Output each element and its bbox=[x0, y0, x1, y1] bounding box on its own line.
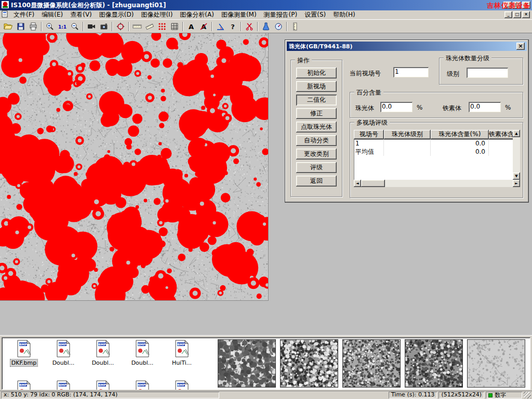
image-thumbnail[interactable] bbox=[280, 339, 338, 388]
ruler-icon[interactable] bbox=[143, 21, 156, 32]
table-horizontal-scrollbar[interactable]: ◄ ► bbox=[354, 180, 520, 187]
micrograph-image[interactable] bbox=[0, 33, 269, 301]
level-input[interactable] bbox=[467, 68, 508, 78]
flask-icon[interactable] bbox=[260, 21, 272, 32]
menu-item-10[interactable]: 帮助(H) bbox=[329, 10, 358, 20]
menu-item-7[interactable]: 图像测量(M) bbox=[218, 10, 260, 20]
operation-button-3[interactable]: 二值化 bbox=[296, 95, 337, 105]
menu-item-6[interactable]: 图像分析(A) bbox=[176, 10, 218, 20]
table-header-cell[interactable]: 珠光体级别 bbox=[384, 130, 431, 139]
print-icon[interactable] bbox=[27, 21, 39, 32]
current-field-input[interactable]: 1 bbox=[393, 67, 429, 77]
svg-text:1:1: 1:1 bbox=[58, 24, 66, 30]
table-header-cell[interactable]: 铁素体含量(%) bbox=[489, 130, 513, 139]
file-list[interactable]: BMPDKF.bmpBMPDoubl...BMPDoubl...BMPDoubl… bbox=[2, 337, 530, 390]
image-thumbnail[interactable] bbox=[218, 339, 276, 388]
dialog-close-button[interactable]: × bbox=[516, 43, 525, 50]
operation-group-label: 操作 bbox=[295, 56, 312, 65]
scroll-down-icon[interactable]: ▼ bbox=[513, 172, 520, 180]
file-item[interactable]: BMPDoubl... bbox=[83, 338, 123, 379]
menu-item-4[interactable]: 图像显示(D) bbox=[96, 10, 138, 20]
count-grid-icon[interactable] bbox=[156, 21, 168, 32]
scroll-right-icon[interactable]: ► bbox=[513, 180, 520, 187]
help-icon[interactable]: ? bbox=[227, 21, 239, 32]
window-title: IS100显微摄像系统(金相分析版) - [zhuguangti01] bbox=[11, 1, 166, 10]
cut-icon[interactable] bbox=[243, 21, 256, 32]
capture-target-icon[interactable] bbox=[114, 21, 127, 32]
file-item[interactable]: BMPDKF.bmp bbox=[4, 338, 44, 379]
image-thumbnail[interactable] bbox=[467, 339, 525, 388]
bmp-file-icon: BMP bbox=[174, 340, 190, 359]
grid-icon[interactable] bbox=[168, 21, 181, 32]
file-item[interactable]: BMPDoubl... bbox=[44, 338, 83, 379]
table-header-cell[interactable]: 珠光体含量(%) bbox=[431, 130, 489, 139]
ruler-vertical-icon[interactable] bbox=[289, 21, 301, 32]
meter-icon[interactable] bbox=[272, 21, 285, 32]
menu-item-5[interactable]: 图像处理(I) bbox=[137, 10, 176, 20]
text-delete-icon[interactable]: A bbox=[197, 21, 210, 32]
mdi-minimize-button[interactable]: _ bbox=[504, 11, 512, 18]
file-item[interactable]: BMP bbox=[4, 379, 44, 390]
pearlite-percent-input[interactable]: 0.0 bbox=[380, 102, 413, 112]
operation-button-7[interactable]: 更改类别 bbox=[296, 149, 337, 159]
resize-grip[interactable] bbox=[524, 392, 531, 398]
image-thumbnail[interactable] bbox=[342, 339, 401, 388]
file-item[interactable]: BMP bbox=[162, 379, 202, 390]
file-item[interactable]: BMPHuiTi... bbox=[162, 338, 202, 379]
caliper-icon[interactable] bbox=[131, 21, 143, 32]
zoom-in-icon[interactable] bbox=[44, 21, 56, 32]
file-item[interactable]: BMPDoubl... bbox=[123, 338, 162, 379]
open-icon[interactable] bbox=[2, 21, 15, 32]
ferrite-percent-input[interactable]: 0.0 bbox=[469, 102, 501, 112]
toolbar-separator bbox=[286, 22, 287, 31]
file-item[interactable]: BMP bbox=[83, 379, 123, 390]
document-icon bbox=[1, 10, 8, 19]
zoom-out-icon[interactable] bbox=[69, 21, 81, 32]
menu-item-2[interactable]: 编辑(E) bbox=[38, 10, 66, 20]
scroll-up-icon[interactable]: ▲ bbox=[513, 130, 520, 137]
grading-group: 珠光体数量分级 级别 bbox=[439, 58, 523, 85]
grading-group-label: 珠光体数量分级 bbox=[444, 54, 491, 63]
mdi-restore-button[interactable]: □ bbox=[513, 11, 521, 18]
video-camera-icon[interactable] bbox=[85, 21, 98, 32]
svg-text:BMP: BMP bbox=[98, 342, 107, 346]
table-row[interactable]: 平均值0.0 bbox=[354, 148, 513, 156]
cursor-position-info: x: 510 y: 79 idx: 0 RGB: (174, 174, 174) bbox=[1, 392, 219, 398]
operation-button-2[interactable]: 新视场 bbox=[296, 81, 337, 92]
mdi-close-button[interactable]: × bbox=[522, 11, 530, 18]
table-header-cell[interactable]: 视场号 bbox=[354, 130, 384, 139]
operation-button-8[interactable]: 评级 bbox=[296, 162, 337, 173]
workspace: 珠光体(GB/T9441-88) × 操作 初始化新视场二值化修正点取珠光体自动… bbox=[0, 33, 532, 335]
operation-button-9[interactable]: 返回 bbox=[296, 176, 337, 187]
table-body[interactable]: 10.0平均值0.0 bbox=[354, 139, 513, 180]
text-label-icon[interactable]: A bbox=[185, 21, 197, 32]
operation-button-5[interactable]: 点取珠光体 bbox=[296, 122, 337, 132]
operation-button-1[interactable]: 初始化 bbox=[296, 68, 337, 78]
operation-group: 操作 初始化新视场二值化修正点取珠光体自动分类更改类别评级返回 bbox=[290, 60, 342, 197]
menu-item-3[interactable]: 查看(V) bbox=[66, 10, 96, 20]
actual-size-icon[interactable]: 1:1 bbox=[56, 21, 69, 32]
bmp-file-icon: BMP bbox=[16, 340, 32, 359]
file-item[interactable]: BMP bbox=[44, 379, 83, 390]
menu-item-1[interactable]: 文件(F) bbox=[10, 10, 38, 20]
title-bar[interactable]: IS100显微摄像系统(金相分析版) - [zhuguangti01] _ □ … bbox=[0, 0, 532, 10]
scroll-left-icon[interactable]: ◄ bbox=[354, 180, 361, 187]
file-item[interactable]: BMP bbox=[123, 379, 162, 390]
table-row[interactable]: 10.0 bbox=[354, 139, 513, 148]
save-icon[interactable] bbox=[15, 21, 27, 32]
scrollbar-thumb[interactable] bbox=[361, 180, 385, 187]
image-thumbnail[interactable] bbox=[405, 339, 463, 388]
status-led-icon bbox=[488, 393, 493, 397]
dialog-title-bar[interactable]: 珠光体(GB/T9441-88) × bbox=[287, 42, 527, 51]
toolbar-separator bbox=[41, 22, 42, 31]
table-cell: 0.0 bbox=[431, 139, 489, 148]
menu-item-8[interactable]: 测量报告(P) bbox=[260, 10, 301, 20]
table-vertical-scrollbar[interactable]: ▲ ▼ bbox=[513, 130, 520, 180]
angle-measure-icon[interactable] bbox=[214, 21, 227, 32]
operation-button-6[interactable]: 自动分类 bbox=[296, 135, 337, 146]
operation-button-4[interactable]: 修正 bbox=[296, 108, 337, 119]
camera-icon[interactable] bbox=[98, 21, 110, 32]
toolbar-separator bbox=[241, 22, 242, 31]
svg-text:BMP: BMP bbox=[177, 342, 185, 346]
menu-item-9[interactable]: 设置(S) bbox=[301, 10, 329, 20]
